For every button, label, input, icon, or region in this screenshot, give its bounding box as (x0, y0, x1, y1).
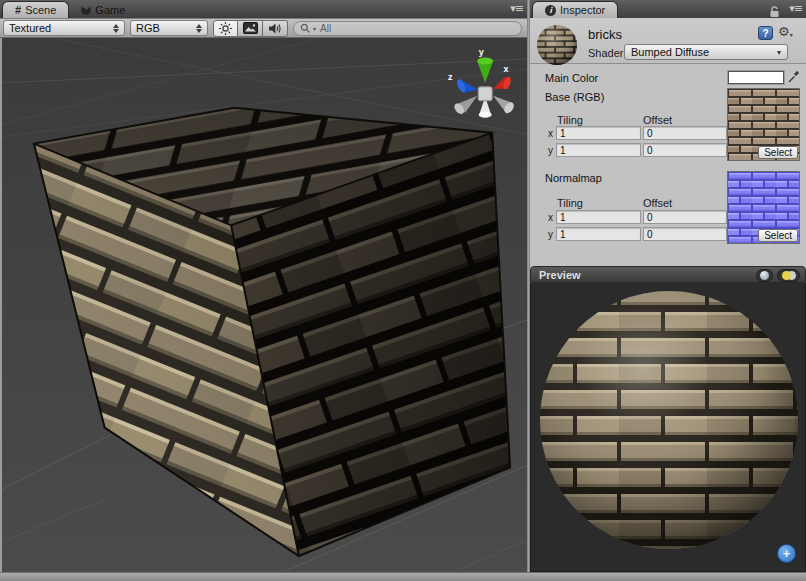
render-mode-value: Textured (9, 22, 51, 34)
normalmap-tiling-header: Tiling (557, 197, 583, 209)
normalmap-offset-x-input[interactable] (643, 210, 727, 224)
tab-game-label: Game (95, 4, 125, 16)
scene-panel: # Scene Game ▾≡ Textured RGB (0, 0, 527, 572)
base-offset-x-input[interactable] (643, 126, 727, 140)
info-icon: i (545, 5, 556, 16)
tab-game[interactable]: Game (69, 1, 137, 18)
base-rgb-label: Base (RGB) (545, 91, 604, 103)
base-offset-y-input[interactable] (643, 143, 727, 157)
normalmap-select-button[interactable]: Select (758, 229, 798, 242)
scene-3d-render[interactable]: y z x (2, 38, 527, 572)
normalmap-y-label: y (548, 229, 553, 240)
scene-viewport[interactable]: y z x (0, 38, 527, 572)
orientation-gizmo[interactable]: y z x (448, 47, 516, 118)
gizmo-z-label[interactable]: z (448, 72, 453, 82)
base-tiling-header: Tiling (557, 114, 583, 126)
shader-value: Bumped Diffuse (631, 46, 709, 58)
base-y-label: y (548, 145, 553, 156)
audio-toggle-button[interactable] (263, 20, 288, 37)
normalmap-x-label: x (548, 212, 553, 223)
sun-icon (218, 21, 233, 36)
scene-view-toggles (213, 20, 288, 37)
inspector-panel: i Inspector ▾≡ bricks Shader Bumped Diff… (530, 0, 806, 572)
scene-panel-menu-icon[interactable]: ▾≡ (510, 3, 523, 14)
base-tiling-y-input[interactable] (556, 143, 641, 157)
main-color-label: Main Color (545, 72, 598, 84)
search-scope-label: All (320, 23, 331, 34)
brick-cube[interactable] (34, 108, 510, 556)
material-name: bricks (588, 27, 622, 42)
search-icon (300, 23, 311, 34)
normalmap-texture-thumbnail[interactable]: Select (727, 171, 800, 244)
base-select-button[interactable]: Select (758, 146, 798, 159)
speaker-icon (268, 22, 282, 35)
lighting-toggle-button[interactable] (213, 20, 238, 37)
skybox-toggle-button[interactable] (238, 20, 263, 37)
search-caret-icon: ▾ (313, 25, 316, 32)
preview-primitive-button[interactable] (756, 269, 773, 282)
base-x-label: x (548, 128, 553, 139)
scene-toolbar: Textured RGB (0, 18, 527, 38)
base-tiling-x-input[interactable] (556, 126, 641, 140)
tab-inspector-label: Inspector (560, 4, 605, 16)
window-resize-strip (0, 572, 806, 581)
gizmo-y-label[interactable]: y (479, 47, 484, 57)
render-mode-dropdown[interactable]: Textured (3, 20, 125, 36)
base-texture-thumbnail[interactable]: Select (727, 88, 800, 161)
inspector-tabbar: i Inspector ▾≡ (530, 0, 806, 18)
tab-scene[interactable]: # Scene (2, 1, 69, 18)
base-offset-header: Offset (643, 114, 672, 126)
material-preview-ball (536, 24, 578, 66)
scene-search-field[interactable]: ▾ All (293, 21, 522, 36)
preview-viewport[interactable]: + (530, 283, 806, 572)
gizmo-x-label[interactable]: x (504, 64, 509, 74)
main-color-swatch[interactable] (728, 71, 784, 84)
preview-header[interactable]: Preview (530, 266, 806, 283)
light-on-icon (782, 271, 791, 280)
normalmap-label: Normalmap (545, 172, 602, 184)
normalmap-offset-header: Offset (643, 197, 672, 209)
tab-inspector[interactable]: i Inspector (532, 1, 618, 18)
gear-icon[interactable]: ⚙▾ (778, 24, 793, 39)
sphere-icon (760, 271, 769, 280)
tab-scene-label: Scene (25, 4, 56, 16)
scene-grid-icon: # (15, 4, 21, 16)
unity-editor-window: # Scene Game ▾≡ Textured RGB (0, 0, 806, 581)
preview-title: Preview (539, 269, 581, 281)
shader-dropdown[interactable]: Bumped Diffuse ▾ (624, 44, 788, 60)
channel-value: RGB (136, 22, 160, 34)
inspector-panel-menu-icon[interactable]: ▾≡ (789, 3, 802, 14)
scene-tabbar: # Scene Game ▾≡ (0, 0, 527, 18)
preview-lighting-button[interactable] (777, 269, 800, 282)
material-properties: Main Color Base (RGB) (530, 64, 806, 266)
channel-dropdown[interactable]: RGB (130, 20, 208, 36)
normalmap-offset-y-input[interactable] (643, 227, 727, 241)
preview-sphere-render (531, 283, 805, 570)
shader-dropdown-caret-icon: ▾ (777, 48, 781, 57)
game-icon (81, 5, 91, 15)
shader-label: Shader (588, 47, 623, 59)
eyedropper-icon[interactable] (787, 69, 801, 83)
preview-header-buttons (756, 269, 800, 282)
dropdown-updown-icon (196, 24, 202, 33)
normalmap-tiling-y-input[interactable] (556, 227, 641, 241)
dropdown-updown-icon (113, 24, 119, 33)
plus-icon: + (783, 546, 791, 561)
normalmap-tiling-x-input[interactable] (556, 210, 641, 224)
image-icon (243, 22, 258, 34)
preview-add-button[interactable]: + (777, 544, 796, 563)
help-icon[interactable]: ? (758, 26, 773, 40)
